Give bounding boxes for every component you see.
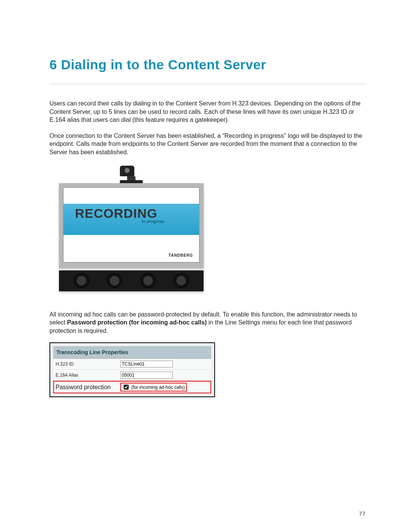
panel-title: Transcoding Line Properties xyxy=(53,346,211,359)
password-protection-label: Password protection xyxy=(56,384,120,391)
row-h323: H.323 ID xyxy=(53,359,211,370)
chapter-heading: 6 Dialing in to the Content Server xyxy=(49,57,365,72)
camera-icon xyxy=(120,166,143,183)
password-protection-checkbox-label: (for incoming ad-hoc calls) xyxy=(131,385,185,390)
h323-input[interactable] xyxy=(120,361,173,367)
speaker-icon xyxy=(174,273,189,288)
e164-label: E.164 Alias xyxy=(56,372,120,378)
paragraph-3-bold: Password protection (for incoming ad-hoc… xyxy=(67,319,207,326)
recording-sublabel: in progress xyxy=(142,219,164,224)
heading-rule xyxy=(49,84,365,84)
speaker-icon xyxy=(74,273,89,288)
h323-label: H.323 ID xyxy=(56,361,120,367)
row-e164: E.164 Alias xyxy=(53,370,211,381)
paragraph-1: Users can record their calls by dialing … xyxy=(49,99,365,124)
e164-input[interactable] xyxy=(120,372,173,379)
speaker-icon xyxy=(140,273,156,288)
page-number: 77 xyxy=(359,510,365,517)
brand-label: TANDBERG xyxy=(169,253,193,257)
paragraph-3: All incoming ad hoc calls can be passwor… xyxy=(49,310,365,335)
password-protection-checkbox[interactable] xyxy=(124,385,129,390)
paragraph-2: Once connection to the Content Server ha… xyxy=(49,132,365,157)
speaker-icon xyxy=(107,273,122,288)
row-password-protection: Password protection (for incoming ad-hoc… xyxy=(53,381,211,393)
soundbar xyxy=(59,270,204,291)
recording-monitor-figure: RECORDING in progress TANDBERG xyxy=(59,166,365,291)
transcoding-panel: Transcoding Line Properties H.323 ID E.1… xyxy=(49,342,215,397)
